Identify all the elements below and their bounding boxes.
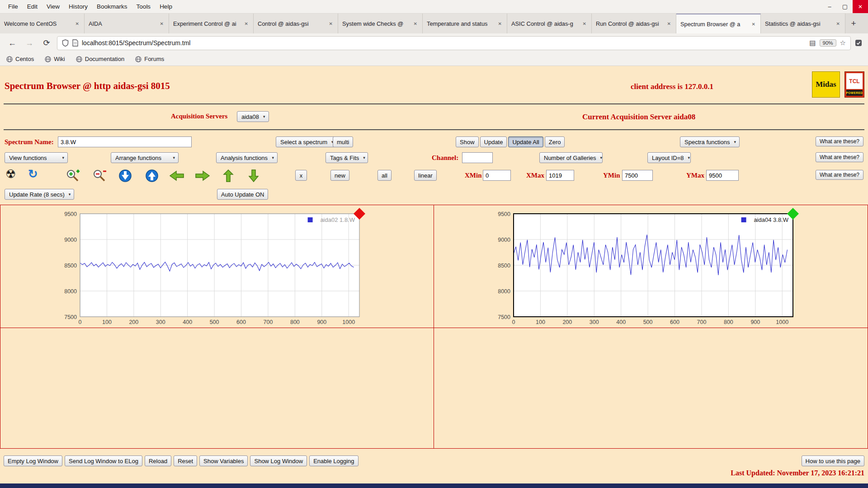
tab-welcome-centos[interactable]: Welcome to CentOS ✕ xyxy=(0,14,85,33)
what-are-these-button[interactable]: What are these? xyxy=(816,152,863,162)
y-tick-label: 8500 xyxy=(64,263,77,269)
menu-edit[interactable]: Edit xyxy=(23,1,42,12)
tab-close-icon[interactable]: ✕ xyxy=(497,20,503,27)
tab-system-wide-checks[interactable]: System wide Checks @ ✕ xyxy=(338,14,423,33)
acquisition-server-select[interactable]: aida08 ▾ xyxy=(237,111,269,122)
show-button[interactable]: Show xyxy=(456,136,479,147)
menu-tools[interactable]: Tools xyxy=(132,1,156,12)
number-of-galleries-select[interactable]: Number of Galleries ▾ xyxy=(539,152,603,163)
update-button[interactable]: Update xyxy=(480,136,507,147)
move-up-icon[interactable] xyxy=(145,169,159,183)
spectrum-chart[interactable]: 7500800085009000950001002003004005006007… xyxy=(479,207,802,328)
shield-icon[interactable] xyxy=(62,39,69,47)
xmin-input[interactable] xyxy=(483,170,511,181)
arrow-right-icon[interactable] xyxy=(195,170,210,182)
menu-history[interactable]: History xyxy=(64,1,92,12)
multi-button[interactable]: multi xyxy=(333,136,353,147)
enable-logging-button[interactable]: Enable Logging xyxy=(309,455,358,466)
show-variables-button[interactable]: Show Variables xyxy=(199,455,248,466)
close-button[interactable]: ✕ xyxy=(853,0,868,13)
send-log-to-elog-button[interactable]: Send Log Window to ELog xyxy=(65,455,142,466)
reload-icon[interactable]: ⟳ xyxy=(40,38,53,48)
gallery-cell-empty-2[interactable] xyxy=(434,328,868,448)
layout-id-select[interactable]: Layout ID=8 ▾ xyxy=(647,152,691,163)
what-are-these-button[interactable]: What are these? xyxy=(816,136,863,146)
tab-close-icon[interactable]: ✕ xyxy=(582,20,587,27)
tab-close-icon[interactable]: ✕ xyxy=(328,20,334,27)
ymin-input[interactable] xyxy=(622,170,653,181)
all-button[interactable]: all xyxy=(377,170,392,181)
menu-view[interactable]: View xyxy=(42,1,64,12)
zoom-out-icon[interactable] xyxy=(92,169,107,183)
how-to-use-button[interactable]: How to use this page xyxy=(802,455,864,466)
new-button[interactable]: new xyxy=(330,170,349,181)
tab-statistics[interactable]: Statistics @ aidas-gsi ✕ xyxy=(761,14,845,33)
url-bar[interactable]: localhost:8015/Spectrum/Spectrum.tml ▤ 9… xyxy=(57,36,851,50)
gallery-cell-aida02[interactable]: 7500800085009000950001002003004005006007… xyxy=(0,205,434,328)
arrow-down-icon[interactable] xyxy=(248,169,259,183)
what-are-these-button[interactable]: What are these? xyxy=(816,170,863,180)
menu-help[interactable]: Help xyxy=(155,1,177,12)
zoom-in-icon[interactable] xyxy=(66,169,80,183)
empty-log-window-button[interactable]: Empty Log Window xyxy=(4,455,62,466)
reader-mode-icon[interactable]: ▤ xyxy=(809,39,816,47)
tab-asic-control[interactable]: ASIC Control @ aidas-g ✕ xyxy=(507,14,592,33)
radiation-icon[interactable]: ☢ xyxy=(5,168,16,180)
menu-bookmarks[interactable]: Bookmarks xyxy=(92,1,132,12)
spectrum-chart[interactable]: 7500800085009000950001002003004005006007… xyxy=(46,207,368,328)
refresh-icon[interactable]: ↻ xyxy=(28,168,38,180)
x-button[interactable]: x xyxy=(295,170,307,181)
url-text[interactable]: localhost:8015/Spectrum/Spectrum.tml xyxy=(82,39,806,47)
arrow-left-icon[interactable] xyxy=(169,170,184,182)
spectra-functions-select[interactable]: Spectra functions ▾ xyxy=(680,136,740,147)
tab-spectrum-browser[interactable]: Spectrum Browser @ a ✕ xyxy=(676,14,761,33)
new-tab-button[interactable]: + xyxy=(845,14,862,33)
menu-file[interactable]: File xyxy=(4,1,23,12)
minimize-button[interactable]: – xyxy=(822,0,837,13)
arrow-up-icon[interactable] xyxy=(222,169,234,183)
tab-run-control[interactable]: Run Control @ aidas-gsi ✕ xyxy=(592,14,676,33)
tab-close-icon[interactable]: ✕ xyxy=(75,20,80,27)
ymax-input[interactable] xyxy=(706,170,739,181)
reload-button[interactable]: Reload xyxy=(145,455,171,466)
tab-aida[interactable]: AIDA ✕ xyxy=(85,14,169,33)
tab-close-icon[interactable]: ✕ xyxy=(244,20,249,27)
show-log-window-button[interactable]: Show Log Window xyxy=(250,455,307,466)
bookmark-centos[interactable]: Centos xyxy=(6,56,34,62)
gallery-cell-aida04[interactable]: 7500800085009000950001002003004005006007… xyxy=(434,205,868,328)
site-info-icon[interactable] xyxy=(72,39,78,47)
back-icon[interactable]: ← xyxy=(5,38,19,48)
view-functions-select[interactable]: View functions ▾ xyxy=(5,152,68,163)
linear-button[interactable]: linear xyxy=(414,170,437,181)
tab-close-icon[interactable]: ✕ xyxy=(159,20,165,27)
tab-experiment-control[interactable]: Experiment Control @ ai ✕ xyxy=(169,14,254,33)
zero-button[interactable]: Zero xyxy=(545,136,565,147)
update-rate-select[interactable]: Update Rate (8 secs) ▾ xyxy=(5,189,74,200)
tags-fits-select[interactable]: Tags & Fits ▾ xyxy=(326,152,368,163)
tab-close-icon[interactable]: ✕ xyxy=(413,20,418,27)
tab-temperature-status[interactable]: Temperature and status ✕ xyxy=(423,14,507,33)
extension-icon[interactable] xyxy=(854,39,863,47)
move-down-icon[interactable] xyxy=(118,169,132,183)
spectrum-name-input[interactable] xyxy=(58,136,192,147)
bookmark-documentation[interactable]: Documentation xyxy=(76,56,124,62)
bookmark-star-icon[interactable]: ☆ xyxy=(840,39,846,47)
maximize-button[interactable]: ▢ xyxy=(837,0,853,13)
auto-update-button[interactable]: Auto Update ON xyxy=(217,189,268,200)
select-a-spectrum[interactable]: Select a spectrum ▾ xyxy=(276,136,337,147)
zoom-level-badge[interactable]: 90% xyxy=(820,39,836,47)
forward-icon[interactable]: → xyxy=(23,38,36,48)
xmax-input[interactable] xyxy=(546,170,574,181)
reset-button[interactable]: Reset xyxy=(174,455,197,466)
update-all-button[interactable]: Update All xyxy=(508,136,543,147)
bookmark-forums[interactable]: Forums xyxy=(135,56,164,62)
tab-control-aidas-gsi[interactable]: Control @ aidas-gsi ✕ xyxy=(254,14,338,33)
gallery-cell-empty-1[interactable] xyxy=(0,328,434,448)
tab-close-icon[interactable]: ✕ xyxy=(666,20,672,27)
bookmark-wiki[interactable]: Wiki xyxy=(45,56,65,62)
analysis-functions-select[interactable]: Analysis functions ▾ xyxy=(216,152,278,163)
channel-input[interactable] xyxy=(462,152,493,163)
tab-close-icon[interactable]: ✕ xyxy=(751,21,756,28)
tab-close-icon[interactable]: ✕ xyxy=(835,20,841,27)
arrange-functions-select[interactable]: Arrange functions ▾ xyxy=(111,152,179,163)
